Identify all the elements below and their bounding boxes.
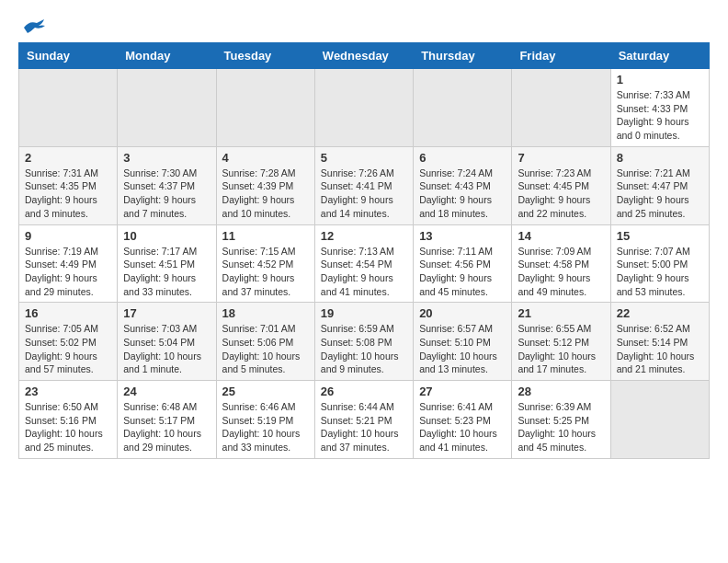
day-number: 19 bbox=[321, 306, 407, 320]
calendar-cell: 22Sunrise: 6:52 AM Sunset: 5:14 PM Dayli… bbox=[610, 303, 709, 381]
day-info: Sunrise: 7:07 AM Sunset: 5:00 PM Dayligh… bbox=[617, 245, 703, 299]
calendar-cell: 20Sunrise: 6:57 AM Sunset: 5:10 PM Dayli… bbox=[414, 303, 512, 381]
day-number: 22 bbox=[617, 306, 703, 320]
calendar-cell: 28Sunrise: 6:39 AM Sunset: 5:25 PM Dayli… bbox=[512, 381, 610, 459]
day-info: Sunrise: 7:11 AM Sunset: 4:56 PM Dayligh… bbox=[419, 245, 506, 299]
day-info: Sunrise: 7:03 AM Sunset: 5:04 PM Dayligh… bbox=[123, 322, 210, 376]
day-info: Sunrise: 7:31 AM Sunset: 4:35 PM Dayligh… bbox=[25, 167, 111, 221]
day-info: Sunrise: 7:23 AM Sunset: 4:45 PM Dayligh… bbox=[518, 167, 604, 221]
calendar-cell: 25Sunrise: 6:46 AM Sunset: 5:19 PM Dayli… bbox=[216, 381, 314, 459]
day-number: 14 bbox=[518, 229, 604, 243]
day-info: Sunrise: 7:33 AM Sunset: 4:33 PM Dayligh… bbox=[617, 88, 703, 143]
day-info: Sunrise: 6:41 AM Sunset: 5:23 PM Dayligh… bbox=[419, 400, 506, 454]
col-friday: Friday bbox=[512, 43, 610, 69]
day-number: 10 bbox=[123, 229, 210, 243]
day-info: Sunrise: 6:59 AM Sunset: 5:08 PM Dayligh… bbox=[321, 322, 407, 376]
calendar-cell bbox=[216, 69, 314, 147]
calendar-cell: 19Sunrise: 6:59 AM Sunset: 5:08 PM Dayli… bbox=[314, 303, 413, 381]
day-number: 8 bbox=[617, 151, 703, 165]
logo bbox=[18, 18, 46, 33]
day-number: 28 bbox=[518, 385, 604, 398]
day-number: 15 bbox=[617, 229, 703, 243]
calendar-cell bbox=[19, 69, 118, 147]
calendar-cell: 5Sunrise: 7:26 AM Sunset: 4:41 PM Daylig… bbox=[314, 146, 413, 224]
calendar-cell: 8Sunrise: 7:21 AM Sunset: 4:47 PM Daylig… bbox=[610, 146, 709, 224]
calendar-cell: 14Sunrise: 7:09 AM Sunset: 4:58 PM Dayli… bbox=[512, 224, 610, 303]
day-info: Sunrise: 7:21 AM Sunset: 4:47 PM Dayligh… bbox=[617, 167, 703, 221]
day-info: Sunrise: 6:44 AM Sunset: 5:21 PM Dayligh… bbox=[321, 400, 407, 454]
day-info: Sunrise: 6:57 AM Sunset: 5:10 PM Dayligh… bbox=[419, 322, 506, 376]
calendar-cell: 11Sunrise: 7:15 AM Sunset: 4:52 PM Dayli… bbox=[216, 224, 314, 303]
day-number: 5 bbox=[321, 151, 407, 165]
calendar-cell: 26Sunrise: 6:44 AM Sunset: 5:21 PM Dayli… bbox=[314, 381, 413, 459]
day-number: 3 bbox=[123, 151, 210, 165]
calendar-cell bbox=[314, 69, 413, 147]
day-number: 12 bbox=[321, 229, 407, 243]
day-number: 18 bbox=[222, 306, 309, 320]
day-number: 21 bbox=[518, 306, 604, 320]
calendar-cell: 24Sunrise: 6:48 AM Sunset: 5:17 PM Dayli… bbox=[118, 381, 216, 459]
calendar-table: Sunday Monday Tuesday Wednesday Thursday… bbox=[18, 42, 710, 459]
day-number: 27 bbox=[419, 385, 506, 398]
day-info: Sunrise: 6:50 AM Sunset: 5:16 PM Dayligh… bbox=[25, 400, 111, 454]
calendar-cell bbox=[118, 69, 216, 147]
day-info: Sunrise: 6:46 AM Sunset: 5:19 PM Dayligh… bbox=[222, 400, 309, 454]
logo-bird-icon bbox=[20, 18, 46, 37]
day-info: Sunrise: 7:01 AM Sunset: 5:06 PM Dayligh… bbox=[222, 322, 309, 376]
day-number: 4 bbox=[222, 151, 309, 165]
calendar-cell: 10Sunrise: 7:17 AM Sunset: 4:51 PM Dayli… bbox=[118, 224, 216, 303]
calendar-cell: 16Sunrise: 7:05 AM Sunset: 5:02 PM Dayli… bbox=[19, 303, 118, 381]
calendar-cell: 21Sunrise: 6:55 AM Sunset: 5:12 PM Dayli… bbox=[512, 303, 610, 381]
day-info: Sunrise: 7:28 AM Sunset: 4:39 PM Dayligh… bbox=[222, 167, 309, 221]
day-info: Sunrise: 7:19 AM Sunset: 4:49 PM Dayligh… bbox=[25, 245, 111, 299]
calendar-cell: 6Sunrise: 7:24 AM Sunset: 4:43 PM Daylig… bbox=[414, 146, 512, 224]
day-number: 20 bbox=[419, 306, 506, 320]
calendar-header-row: Sunday Monday Tuesday Wednesday Thursday… bbox=[19, 43, 710, 69]
col-thursday: Thursday bbox=[414, 43, 512, 69]
calendar-week-row: 2Sunrise: 7:31 AM Sunset: 4:35 PM Daylig… bbox=[19, 146, 710, 224]
day-info: Sunrise: 7:30 AM Sunset: 4:37 PM Dayligh… bbox=[123, 167, 210, 221]
calendar-cell: 27Sunrise: 6:41 AM Sunset: 5:23 PM Dayli… bbox=[414, 381, 512, 459]
calendar-week-row: 9Sunrise: 7:19 AM Sunset: 4:49 PM Daylig… bbox=[19, 224, 710, 303]
col-sunday: Sunday bbox=[19, 43, 118, 69]
calendar-cell bbox=[512, 69, 610, 147]
calendar-cell: 7Sunrise: 7:23 AM Sunset: 4:45 PM Daylig… bbox=[512, 146, 610, 224]
day-number: 6 bbox=[419, 151, 506, 165]
day-number: 9 bbox=[25, 229, 111, 243]
calendar-cell: 3Sunrise: 7:30 AM Sunset: 4:37 PM Daylig… bbox=[118, 146, 216, 224]
day-info: Sunrise: 7:09 AM Sunset: 4:58 PM Dayligh… bbox=[518, 245, 604, 299]
col-saturday: Saturday bbox=[610, 43, 709, 69]
day-info: Sunrise: 7:13 AM Sunset: 4:54 PM Dayligh… bbox=[321, 245, 407, 299]
day-info: Sunrise: 6:55 AM Sunset: 5:12 PM Dayligh… bbox=[518, 322, 604, 376]
calendar-cell: 2Sunrise: 7:31 AM Sunset: 4:35 PM Daylig… bbox=[19, 146, 118, 224]
calendar-cell bbox=[414, 69, 512, 147]
calendar-cell: 15Sunrise: 7:07 AM Sunset: 5:00 PM Dayli… bbox=[610, 224, 709, 303]
day-info: Sunrise: 7:17 AM Sunset: 4:51 PM Dayligh… bbox=[123, 245, 210, 299]
day-number: 26 bbox=[321, 385, 407, 398]
calendar-week-row: 16Sunrise: 7:05 AM Sunset: 5:02 PM Dayli… bbox=[19, 303, 710, 381]
calendar-cell: 12Sunrise: 7:13 AM Sunset: 4:54 PM Dayli… bbox=[314, 224, 413, 303]
day-number: 23 bbox=[25, 385, 111, 398]
calendar-cell: 17Sunrise: 7:03 AM Sunset: 5:04 PM Dayli… bbox=[118, 303, 216, 381]
day-number: 11 bbox=[222, 229, 309, 243]
calendar-cell bbox=[610, 381, 709, 459]
day-number: 25 bbox=[222, 385, 309, 398]
day-number: 13 bbox=[419, 229, 506, 243]
day-number: 7 bbox=[518, 151, 604, 165]
header bbox=[18, 18, 710, 33]
col-tuesday: Tuesday bbox=[216, 43, 314, 69]
day-number: 24 bbox=[123, 385, 210, 398]
day-info: Sunrise: 6:39 AM Sunset: 5:25 PM Dayligh… bbox=[518, 400, 604, 454]
col-monday: Monday bbox=[118, 43, 216, 69]
calendar-cell: 13Sunrise: 7:11 AM Sunset: 4:56 PM Dayli… bbox=[414, 224, 512, 303]
day-info: Sunrise: 7:15 AM Sunset: 4:52 PM Dayligh… bbox=[222, 245, 309, 299]
day-info: Sunrise: 6:48 AM Sunset: 5:17 PM Dayligh… bbox=[123, 400, 210, 454]
calendar-cell: 1Sunrise: 7:33 AM Sunset: 4:33 PM Daylig… bbox=[610, 69, 709, 147]
day-number: 16 bbox=[25, 306, 111, 320]
calendar-week-row: 23Sunrise: 6:50 AM Sunset: 5:16 PM Dayli… bbox=[19, 381, 710, 459]
calendar-cell: 23Sunrise: 6:50 AM Sunset: 5:16 PM Dayli… bbox=[19, 381, 118, 459]
day-info: Sunrise: 6:52 AM Sunset: 5:14 PM Dayligh… bbox=[617, 322, 703, 376]
calendar-cell: 18Sunrise: 7:01 AM Sunset: 5:06 PM Dayli… bbox=[216, 303, 314, 381]
calendar-cell: 4Sunrise: 7:28 AM Sunset: 4:39 PM Daylig… bbox=[216, 146, 314, 224]
calendar-cell: 9Sunrise: 7:19 AM Sunset: 4:49 PM Daylig… bbox=[19, 224, 118, 303]
